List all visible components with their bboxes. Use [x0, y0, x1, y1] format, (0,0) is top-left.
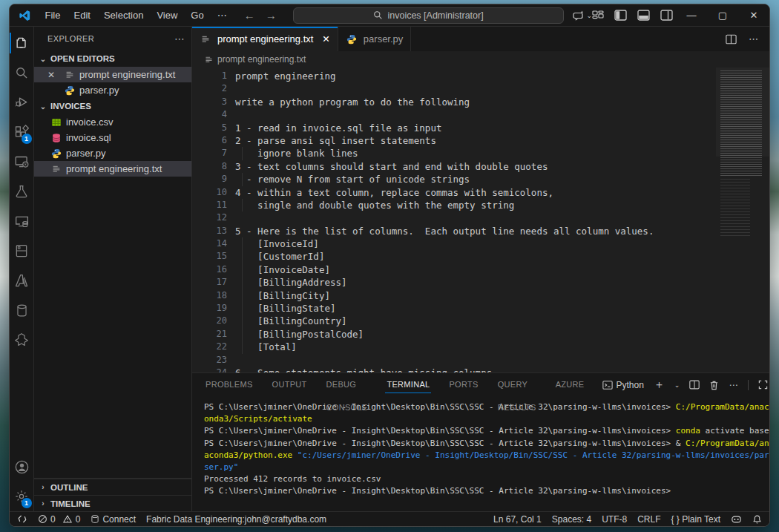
run-and-debug-icon[interactable] [10, 88, 34, 117]
panel-tab-output[interactable]: OUTPUT [271, 373, 309, 396]
menu-view[interactable]: View [150, 4, 184, 27]
close-tab-icon[interactable]: ✕ [322, 33, 329, 45]
tab-parser-py[interactable]: parser.py [338, 27, 411, 51]
settings-gear-icon[interactable]: 1 [10, 482, 34, 511]
copilot-status-icon[interactable] [731, 514, 742, 525]
language-mode[interactable]: { } Plain Text [671, 514, 721, 525]
menu-selection[interactable]: Selection [97, 4, 150, 27]
terminal-launch-chevron[interactable]: ⌄ [674, 381, 680, 389]
maximize-panel-icon[interactable] [758, 380, 768, 390]
editor-pane[interactable]: 1prompt engineering23write a python prog… [192, 68, 769, 372]
code-line[interactable]: 104 - within a text column, replace comm… [192, 186, 716, 199]
accounts-icon[interactable] [10, 452, 34, 482]
panel-tab-ports[interactable]: PORTS [447, 373, 479, 396]
minimize-button[interactable]: — [676, 4, 707, 27]
remote-explorer-icon[interactable] [10, 147, 34, 177]
menu-file[interactable]: File [39, 4, 68, 27]
code-line[interactable]: 23 [192, 354, 716, 367]
code-line[interactable]: 19 [BillingState] [192, 302, 716, 315]
outline-header[interactable]: › OUTLINE [34, 479, 191, 495]
close-editor-icon[interactable]: ✕ [47, 70, 58, 80]
eol-status[interactable]: CRLF [637, 514, 660, 525]
notifications-bell-icon[interactable] [752, 514, 762, 525]
maximize-button[interactable]: ▢ [707, 4, 738, 27]
search-icon[interactable] [10, 58, 34, 88]
code-line[interactable]: 11 single and double quotes with the emp… [192, 199, 716, 211]
code-line[interactable]: 51 - read in invoice.sql file as input [192, 122, 716, 134]
minimap[interactable] [716, 68, 769, 372]
code-line[interactable]: 14 [InvoiceId] [192, 237, 716, 250]
code-line[interactable]: 1prompt engineering [192, 70, 716, 82]
code-line[interactable]: 62 - parse ansi sql insert statements [192, 134, 716, 147]
explorer-icon[interactable] [10, 28, 34, 58]
code-content[interactable]: 1prompt engineering23write a python prog… [192, 68, 716, 372]
menu-overflow[interactable]: ⋯ [211, 4, 234, 27]
explorer-more-actions[interactable]: ⋯ [174, 33, 185, 45]
code-line[interactable]: 17 [BillingAddress] [192, 276, 716, 289]
split-editor-icon[interactable] [726, 34, 737, 45]
code-line[interactable]: 15 [CustomerId] [192, 250, 716, 263]
panel-tab-terminal[interactable]: TERMINAL [385, 373, 431, 396]
code-line[interactable]: 7 ignore blank lines [192, 147, 716, 160]
code-line[interactable]: 2 [192, 82, 716, 95]
editor-more-actions[interactable]: ⋯ [749, 33, 759, 45]
code-line[interactable]: 18 [BillingCity] [192, 289, 716, 302]
panel-tab-query-results[interactable]: QUERY RESULTS [496, 373, 538, 396]
cursor-position[interactable]: Ln 67, Col 1 [493, 514, 542, 525]
nav-back-button[interactable]: ← [244, 9, 255, 22]
code-line[interactable]: 135 - Here is the list of columns. Each … [192, 225, 716, 237]
extensions-icon[interactable]: 1 [10, 117, 34, 147]
connect-button[interactable]: Connect [91, 514, 136, 525]
folder-invoices-header[interactable]: ⌄ INVOICES [34, 98, 191, 114]
encoding-status[interactable]: UTF-8 [602, 514, 627, 525]
containers-icon[interactable] [10, 206, 34, 236]
customize-layout-icon[interactable] [592, 10, 604, 22]
toggle-primary-sidebar-icon[interactable] [614, 10, 627, 21]
code-line[interactable]: 22 [Total] [192, 341, 716, 353]
code-line[interactable]: 9 - remove N from start of unicode strin… [192, 173, 716, 185]
remote-indicator[interactable] [17, 514, 27, 524]
code-line[interactable]: 21 [BillingPostalCode] [192, 328, 716, 341]
code-line[interactable]: 3write a python program to do the follow… [192, 96, 716, 108]
menu-go[interactable]: Go [184, 4, 210, 27]
panel-more-actions[interactable]: ⋯ [729, 380, 738, 390]
menu-edit[interactable]: Edit [67, 4, 96, 27]
terminal-shell-indicator[interactable]: Python [602, 380, 644, 390]
file-item-invoice-csv[interactable]: invoice.csv [34, 114, 191, 130]
split-terminal-icon[interactable] [689, 380, 700, 390]
file-item-parser-py[interactable]: parser.py [34, 145, 191, 161]
file-item-invoice-sql[interactable]: invoice.sql [34, 130, 191, 145]
code-line[interactable]: 4 [192, 108, 716, 121]
code-line[interactable]: 12 [192, 211, 716, 224]
nav-forward-button[interactable]: → [266, 9, 277, 22]
code-line[interactable]: 16 [InvoiceDate] [192, 263, 716, 276]
notebooks-icon[interactable] [10, 236, 34, 266]
kill-terminal-icon[interactable] [709, 380, 719, 390]
toggle-secondary-sidebar-icon[interactable] [660, 10, 673, 21]
open-editors-header[interactable]: ⌄ OPEN EDITORS [34, 50, 191, 67]
testing-icon[interactable] [10, 177, 34, 206]
code-line[interactable]: 246 - Some statements might have missing… [192, 367, 716, 372]
file-item-parser-py[interactable]: parser.py [34, 82, 191, 98]
panel-tab-debug-console[interactable]: DEBUG CONSOLE [325, 373, 369, 396]
panel-tab-azure[interactable]: AZURE [554, 373, 586, 396]
fabric-icon[interactable] [10, 325, 34, 355]
indentation-status[interactable]: Spaces: 4 [552, 514, 591, 525]
copilot-menu-button[interactable]: ⌄ [573, 10, 592, 22]
code-line[interactable]: 20 [BillingCountry] [192, 315, 716, 327]
tab-prompt-engineering-txt[interactable]: prompt engineering.txt✕ [192, 27, 338, 51]
toggle-panel-icon[interactable] [637, 10, 650, 21]
timeline-header[interactable]: › TIMELINE [34, 495, 191, 511]
file-item-prompt-engineering-txt[interactable]: prompt engineering.txt [34, 161, 191, 177]
database-icon[interactable] [10, 295, 34, 325]
new-terminal-button[interactable]: ＋ [654, 378, 665, 392]
problems-indicator[interactable]: 0 0 [38, 514, 80, 525]
breadcrumb[interactable]: prompt engineering.txt [192, 51, 769, 68]
file-item-prompt-engineering-txt[interactable]: ✕prompt engineering.txt [34, 67, 191, 82]
terminal-output[interactable]: PS C:\Users\jminer\OneDrive - Insight\De… [192, 396, 769, 511]
close-window-button[interactable]: ✕ [738, 4, 769, 27]
panel-tab-problems[interactable]: PROBLEMS [204, 373, 254, 396]
azure-icon[interactable] [10, 266, 34, 295]
fabric-account-status[interactable]: Fabric Data Engineering:john@craftydba.c… [146, 514, 326, 525]
command-center-search[interactable]: invoices [Administrator] [293, 7, 565, 24]
